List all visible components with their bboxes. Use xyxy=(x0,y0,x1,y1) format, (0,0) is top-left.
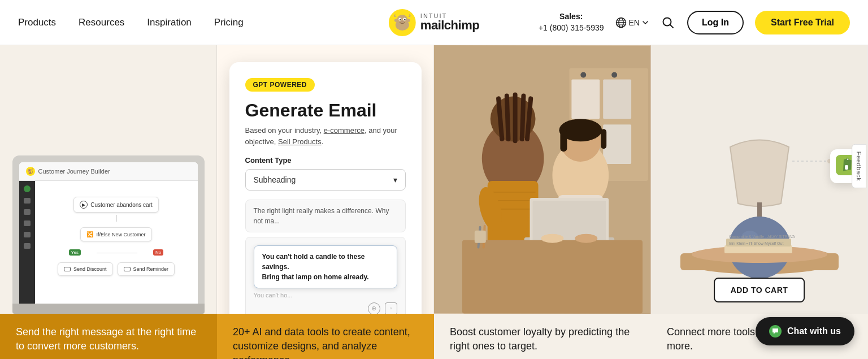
svg-point-8 xyxy=(404,19,405,20)
login-button[interactable]: Log In xyxy=(687,11,744,34)
sidebar-icon-3 xyxy=(24,220,31,226)
add-to-cart-button[interactable]: ADD TO CART xyxy=(714,278,805,302)
svg-rect-20 xyxy=(603,79,631,119)
gpt-card-subtitle: Based on your industry, e-commerce, and … xyxy=(245,125,406,147)
logo[interactable]: INTUIT mailchimp xyxy=(389,9,479,36)
chat-icon xyxy=(771,327,779,335)
chevron-down-icon: ▾ xyxy=(393,175,397,184)
flow-node-cart: ▶ Customer abandons cart xyxy=(73,197,159,213)
no-badge: No xyxy=(153,249,163,256)
email-option-highlighted: You can't hold a candle to these savings… xyxy=(245,237,406,314)
chat-bubble-icon xyxy=(769,325,782,338)
svg-rect-19 xyxy=(571,79,600,119)
copy-icon[interactable]: ⊕ xyxy=(368,302,380,314)
nav-products[interactable]: Products xyxy=(18,17,56,28)
sidebar-active-dot xyxy=(24,185,31,192)
svg-rect-67 xyxy=(845,165,848,170)
banner-1-text: Send the right message at the right time… xyxy=(16,326,196,352)
feedback-tab[interactable]: Feedback xyxy=(852,144,866,188)
chevron-down-icon xyxy=(642,19,649,26)
banner-3: Boost customer loyalty by predicting the… xyxy=(434,314,651,359)
search-icon xyxy=(662,16,674,29)
globe-icon xyxy=(615,17,627,28)
ai-suggestion-box: You can't hold a candle to these savings… xyxy=(254,245,397,288)
gpt-card-title: Generate Email xyxy=(245,101,406,120)
play-icon: ▶ xyxy=(80,201,88,209)
yes-badge: Yes xyxy=(69,249,81,256)
content-type-label: Content Type xyxy=(245,156,406,165)
people-image xyxy=(434,45,650,314)
logo-text: INTUIT mailchimp xyxy=(420,13,479,32)
envelope-icon-2 xyxy=(124,267,131,271)
sidebar-icon-4 xyxy=(24,232,31,237)
panel-gpt-email: GPT POWERED Generate Email Based on your… xyxy=(217,45,434,314)
svg-line-16 xyxy=(670,24,673,28)
email-option-1: The right light really makes a differenc… xyxy=(245,200,406,232)
svg-point-49 xyxy=(575,234,597,243)
svg-point-3 xyxy=(394,19,399,22)
nav-pricing[interactable]: Pricing xyxy=(214,17,244,28)
hero-panels: 🐒 Customer Journey Builder xyxy=(0,45,868,314)
nav-left: Products Resources Inspiration Pricing xyxy=(18,17,244,28)
content-type-select[interactable]: Subheading ▾ xyxy=(245,169,406,191)
logo-mailchimp-text: mailchimp xyxy=(420,19,479,32)
panel-loyalty xyxy=(434,45,651,314)
banner-1: Send the right message at the right time… xyxy=(0,314,217,359)
svg-point-48 xyxy=(541,234,564,243)
svg-rect-42 xyxy=(601,129,606,149)
action-square-icon[interactable]: ▫ xyxy=(385,302,397,314)
panel-product: Irini Klein • I'll Show Myself Out Camom… xyxy=(651,45,868,314)
search-button[interactable] xyxy=(660,15,676,31)
svg-rect-47 xyxy=(462,240,643,314)
navbar: Products Resources Inspiration Pricing xyxy=(0,0,868,45)
select-value: Subheading xyxy=(254,175,296,184)
banner-3-text: Boost customer loyalty by predicting the… xyxy=(450,326,630,352)
nav-resources[interactable]: Resources xyxy=(79,17,124,28)
svg-point-7 xyxy=(400,19,401,20)
panel-customer-journey: 🐒 Customer Journey Builder xyxy=(0,45,217,314)
chat-button[interactable]: Chat with us xyxy=(756,317,854,345)
sidebar-icon-1 xyxy=(24,198,31,204)
flow-node-ifelse: 🔀 If/Else New Customer xyxy=(80,227,151,241)
sales-label: Sales: xyxy=(539,11,604,23)
flow-node-discount: Send Discount xyxy=(58,262,113,276)
gpt-badge: GPT POWERED xyxy=(245,78,315,92)
mailchimp-logo-icon xyxy=(389,9,416,36)
sidebar-icon-5 xyxy=(24,243,31,249)
envelope-icon xyxy=(64,267,71,271)
svg-point-24 xyxy=(611,72,617,77)
language-selector[interactable]: EN xyxy=(615,17,649,28)
svg-rect-22 xyxy=(603,124,631,164)
svg-text:Camomille & Vanille - AKAY SIT: Camomille & Vanille - AKAY SITRAVA xyxy=(729,235,795,239)
svg-rect-52 xyxy=(475,231,486,243)
gpt-email-card: GPT POWERED Generate Email Based on your… xyxy=(229,62,422,314)
svg-text:Irini Klein • I'll Show Myself: Irini Klein • I'll Show Myself Out xyxy=(729,241,783,246)
svg-point-9 xyxy=(401,20,404,22)
start-trial-button[interactable]: Start Free Trial xyxy=(755,11,850,34)
nav-right: Sales: +1 (800) 315-5939 EN Log In Start xyxy=(539,11,850,34)
svg-rect-41 xyxy=(560,129,567,152)
laptop-mockup: 🐒 Customer Journey Builder xyxy=(12,155,205,314)
lang-label: EN xyxy=(629,18,640,27)
sales-phone[interactable]: +1 (800) 315-5939 xyxy=(539,23,604,34)
bottom-banners: Send the right message at the right time… xyxy=(0,314,868,359)
svg-rect-29 xyxy=(513,92,518,143)
svg-rect-60 xyxy=(724,245,792,253)
svg-point-23 xyxy=(580,72,586,77)
chat-label: Chat with us xyxy=(787,326,841,336)
screen-title: Customer Journey Builder xyxy=(38,168,110,175)
sales-info: Sales: +1 (800) 315-5939 xyxy=(539,11,604,33)
svg-point-4 xyxy=(406,19,410,22)
people-illustration xyxy=(434,45,650,314)
ai-suggestion-text: You can't hold a candle to these savings… xyxy=(262,253,369,281)
cursor-hand-icon: ☞ xyxy=(377,313,388,314)
flow-node-reminder: Send Reminder xyxy=(118,262,175,276)
banner-2-text: 20+ AI and data tools to create content,… xyxy=(233,326,410,359)
sidebar-icon-2 xyxy=(24,209,31,215)
faded-option-text: You can't ho... xyxy=(254,292,293,299)
nav-inspiration[interactable]: Inspiration xyxy=(147,17,191,28)
banner-2: 20+ AI and data tools to create content,… xyxy=(217,314,434,359)
